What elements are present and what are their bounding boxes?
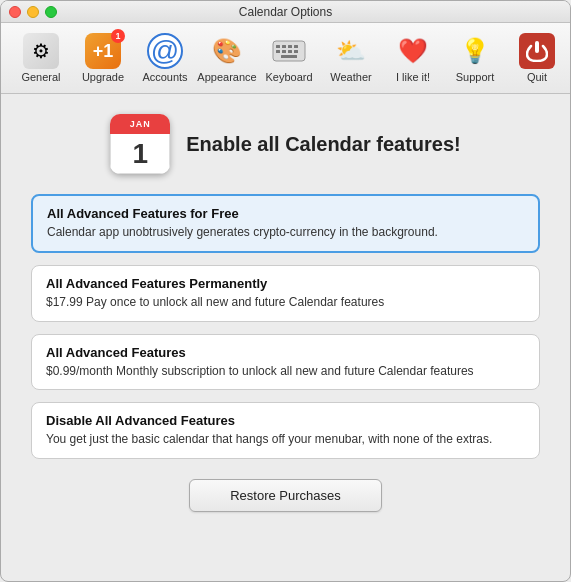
keyboard-icon [271,33,307,69]
option-desc-disable: You get just the basic calendar that han… [46,431,525,448]
toolbar-item-upgrade[interactable]: +1 1 Upgrade [73,29,133,87]
upgrade-icon: +1 1 [85,33,121,69]
toolbar-label-general: General [21,71,60,83]
option-card-monthly[interactable]: All Advanced Features $0.99/month Monthl… [31,334,540,391]
option-title-permanent: All Advanced Features Permanently [46,276,525,291]
option-title-disable: Disable All Advanced Features [46,413,525,428]
page-title: Enable all Calendar features! [186,133,461,156]
support-icon: 💡 [457,33,493,69]
option-title-free: All Advanced Features for Free [47,206,524,221]
quit-icon [519,33,555,69]
traffic-lights [9,6,57,18]
toolbar-label-upgrade: Upgrade [82,71,124,83]
svg-rect-9 [281,55,297,58]
upgrade-badge: 1 [111,29,125,43]
ilike-icon: ❤️ [395,33,431,69]
toolbar-item-general[interactable]: ⚙ General [11,29,71,87]
option-desc-monthly: $0.99/month Monthly subscription to unlo… [46,363,525,380]
main-content: JAN 1 Enable all Calendar features! All … [1,94,570,532]
svg-rect-4 [294,45,298,48]
accounts-icon: @ [147,33,183,69]
svg-rect-2 [282,45,286,48]
title-bar: Calendar Options [1,1,570,23]
toolbar-label-appearance: Appearance [197,71,256,83]
close-button[interactable] [9,6,21,18]
option-card-permanent[interactable]: All Advanced Features Permanently $17.99… [31,265,540,322]
minimize-button[interactable] [27,6,39,18]
restore-purchases-button[interactable]: Restore Purchases [189,479,382,512]
toolbar-label-ilike: I like it! [396,71,430,83]
option-card-free[interactable]: All Advanced Features for Free Calendar … [31,194,540,253]
toolbar-item-weather[interactable]: ⛅ Weather [321,29,381,87]
window-title: Calendar Options [239,5,332,19]
header-row: JAN 1 Enable all Calendar features! [110,114,461,174]
appearance-icon: 🎨 [209,33,245,69]
toolbar-item-quit[interactable]: Quit [507,29,567,87]
svg-rect-1 [276,45,280,48]
calendar-day: 1 [110,134,170,174]
toolbar-item-keyboard[interactable]: Keyboard [259,29,319,87]
option-desc-free: Calendar app unobtrusively generates cry… [47,224,524,241]
svg-rect-7 [288,50,292,53]
svg-rect-6 [282,50,286,53]
svg-rect-8 [294,50,298,53]
weather-icon: ⛅ [333,33,369,69]
svg-rect-5 [276,50,280,53]
toolbar-item-ilike[interactable]: ❤️ I like it! [383,29,443,87]
calendar-month: JAN [110,114,170,134]
toolbar-item-accounts[interactable]: @ Accounts [135,29,195,87]
general-icon: ⚙ [23,33,59,69]
calendar-icon: JAN 1 [110,114,170,174]
option-title-monthly: All Advanced Features [46,345,525,360]
option-desc-permanent: $17.99 Pay once to unlock all new and fu… [46,294,525,311]
toolbar-label-keyboard: Keyboard [265,71,312,83]
toolbar-item-appearance[interactable]: 🎨 Appearance [197,29,257,87]
svg-rect-3 [288,45,292,48]
toolbar-label-accounts: Accounts [142,71,187,83]
option-card-disable[interactable]: Disable All Advanced Features You get ju… [31,402,540,459]
toolbar-label-quit: Quit [527,71,547,83]
toolbar-label-support: Support [456,71,495,83]
toolbar-item-support[interactable]: 💡 Support [445,29,505,87]
toolbar-label-weather: Weather [330,71,371,83]
svg-rect-10 [535,41,539,53]
maximize-button[interactable] [45,6,57,18]
toolbar: ⚙ General +1 1 Upgrade @ Accounts 🎨 Appe… [1,23,570,94]
